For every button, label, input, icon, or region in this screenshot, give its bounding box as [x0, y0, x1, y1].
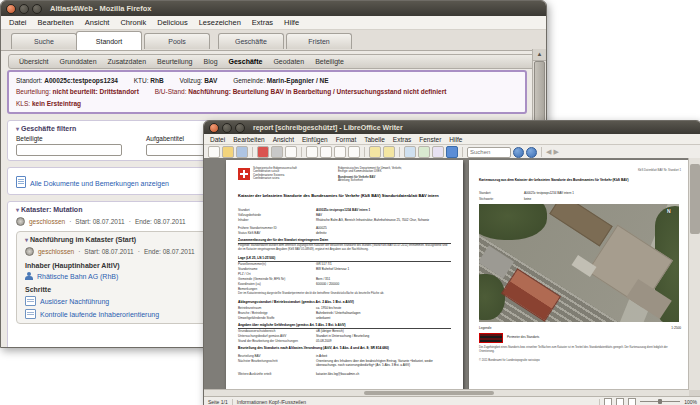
close-button[interactable] [6, 4, 16, 14]
legend-item-label: Perimeter des Standorts [507, 335, 539, 339]
menu-datei[interactable]: Datei [9, 18, 27, 27]
open-icon[interactable] [222, 146, 234, 158]
menu-hilfe[interactable]: Hilfe [449, 136, 462, 143]
swiss-confederation-logo [238, 168, 250, 180]
step-link-ausloeser[interactable]: Auslöser Nachführung [40, 298, 109, 305]
map-scale: 1:2500 [671, 326, 681, 330]
tab-standort[interactable]: Standort [76, 31, 142, 50]
minimize-button[interactable] [19, 4, 29, 14]
menu-extras[interactable]: Extras [393, 136, 411, 143]
minimize-button[interactable] [222, 123, 232, 133]
cut-icon[interactable] [320, 146, 332, 158]
navigate-back-icon[interactable]: ◀ [546, 148, 551, 156]
maximize-button[interactable] [32, 4, 42, 14]
north-arrow-icon: N [667, 208, 671, 214]
subtab-zusatzdaten[interactable]: Zusatzdaten [108, 58, 147, 65]
redo-icon[interactable] [383, 146, 395, 158]
export-pdf-icon[interactable] [257, 146, 269, 158]
subtab-geodaten[interactable]: Geodaten [273, 58, 304, 65]
zoom-slider[interactable] [640, 401, 680, 402]
window-title: Altlast4Web - Mozilla Firefox [50, 4, 152, 13]
find-input[interactable] [467, 147, 511, 158]
menu-format[interactable]: Format [336, 136, 357, 143]
main-tabstrip: Suche Standort Pools Geschäfte Fristen [1, 30, 546, 51]
zoom-icon[interactable] [432, 146, 444, 158]
map-title: Kartenauszug aus dem Kataster der belast… [479, 178, 681, 182]
scrollbar-thumb[interactable] [364, 391, 494, 395]
collapse-icon: ▾ [16, 207, 19, 213]
menu-ansicht[interactable]: Ansicht [85, 18, 110, 27]
subtab-blog[interactable]: Blog [204, 58, 218, 65]
window-title: report [schreibgeschützt] - LibreOffice … [253, 124, 403, 131]
building [549, 204, 612, 246]
document-icon [16, 176, 26, 188]
menu-lesezeichen[interactable]: Lesezeichen [199, 18, 241, 27]
maximize-button[interactable] [235, 123, 245, 133]
navigate-forward-icon[interactable]: ▶ [553, 148, 558, 156]
subtab-grunddaten[interactable]: Grunddaten [60, 58, 97, 65]
tab-geschaefte[interactable]: Geschäfte [218, 33, 284, 49]
menu-extras[interactable]: Extras [252, 18, 273, 27]
page-indicator: Seite 1/1 [208, 399, 233, 405]
writer-titlebar: report [schreibgeschützt] - LibreOffice … [204, 121, 700, 134]
book-view-icon[interactable] [628, 398, 636, 405]
step-link-kontrolle[interactable]: Kontrolle laufende Inhaberorientierung [40, 311, 159, 318]
section-paragraph: Folgende Standortdaten wurden dem öffent… [238, 244, 451, 251]
copy-icon[interactable] [334, 146, 346, 158]
task-icon [25, 296, 36, 306]
print-icon[interactable] [271, 146, 283, 158]
undo-icon[interactable] [369, 146, 381, 158]
section-heading: Ablagerungsstandort / Betriebsstandort (… [238, 300, 451, 304]
tab-pools[interactable]: Pools [144, 33, 210, 49]
subtab-beurteilung[interactable]: Beurteilung [157, 58, 192, 65]
document-area: Schweizerische Eidgenossenschaft Confédé… [204, 158, 689, 390]
task-icon [25, 309, 36, 319]
info-line-2: Beurteilung: nicht beurteilt: Drittstand… [16, 86, 518, 97]
perimeter-legend-swatch [479, 333, 503, 343]
tab-suche[interactable]: Suche [11, 33, 77, 49]
paste-icon[interactable] [348, 146, 360, 158]
tab-fristen[interactable]: Fristen [286, 33, 352, 49]
menu-chronik[interactable]: Chronik [120, 18, 146, 27]
vertical-scrollbar[interactable] [688, 158, 700, 390]
subtab-uebersicht[interactable]: Übersicht [19, 58, 49, 65]
help-icon[interactable] [446, 146, 458, 158]
all-documents-link[interactable]: Alle Dokumente und Bemerkungen anzeigen [30, 180, 169, 187]
save-icon[interactable] [236, 146, 248, 158]
navigator-icon[interactable] [404, 146, 416, 158]
scroll-up-icon[interactable]: ▲ [533, 49, 546, 61]
firefox-menubar: Datei Bearbeiten Ansicht Chronik Delicio… [1, 16, 546, 30]
menu-datei[interactable]: Datei [210, 136, 225, 143]
writer-statusbar: Seite 1/1 Informationen Kopf-/Fusszeilen… [204, 396, 700, 405]
subtab-geschaefte[interactable]: Geschäfte [229, 58, 263, 65]
subtab-beteiligte[interactable]: Beteiligte [315, 58, 344, 65]
desktop: Altlast4Web - Mozilla Firefox Datei Bear… [0, 0, 700, 405]
gallery-icon[interactable] [418, 146, 430, 158]
menu-tabelle[interactable]: Tabelle [364, 136, 385, 143]
close-button[interactable] [209, 123, 219, 133]
scrollbar-thumb[interactable] [690, 164, 700, 234]
spelling-icon[interactable] [306, 146, 318, 158]
new-document-icon[interactable] [208, 146, 220, 158]
inhaber-link[interactable]: Rhätische Bahn AG (RhB) [37, 273, 118, 280]
menu-bearbeiten[interactable]: Bearbeiten [233, 136, 264, 143]
find-previous-icon[interactable] [526, 147, 537, 158]
collapse-icon: ▾ [16, 126, 19, 132]
page-preview-icon[interactable] [285, 146, 297, 158]
menu-fenster[interactable]: Fenster [419, 136, 441, 143]
menu-delicious[interactable]: Delicious [157, 18, 187, 27]
zoom-slider-knob[interactable] [658, 399, 662, 404]
find-next-icon[interactable] [513, 147, 524, 158]
beteiligte-input[interactable] [16, 144, 122, 156]
department-text: Eidgenössisches Departement für Umwelt, … [338, 167, 402, 183]
menu-ansicht[interactable]: Ansicht [273, 136, 294, 143]
collapse-icon: ▾ [25, 237, 28, 243]
firefox-titlebar: Altlast4Web - Mozilla Firefox [1, 1, 546, 16]
single-page-view-icon[interactable] [604, 398, 612, 405]
multi-page-view-icon[interactable] [616, 398, 624, 405]
menu-einfuegen[interactable]: Einfügen [302, 136, 328, 143]
menu-hilfe[interactable]: Hilfe [284, 18, 299, 27]
writer-window: report [schreibgeschützt] - LibreOffice … [203, 120, 700, 405]
menu-bearbeiten[interactable]: Bearbeiten [38, 18, 74, 27]
aerial-photo: N [479, 204, 679, 322]
